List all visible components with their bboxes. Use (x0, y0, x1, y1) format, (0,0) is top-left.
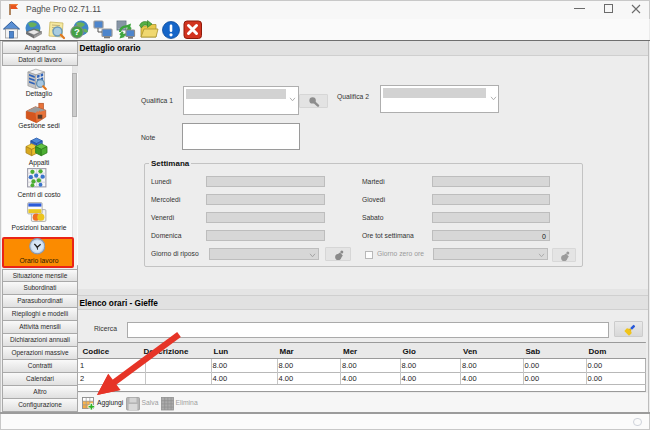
svg-text:?: ? (74, 26, 80, 37)
